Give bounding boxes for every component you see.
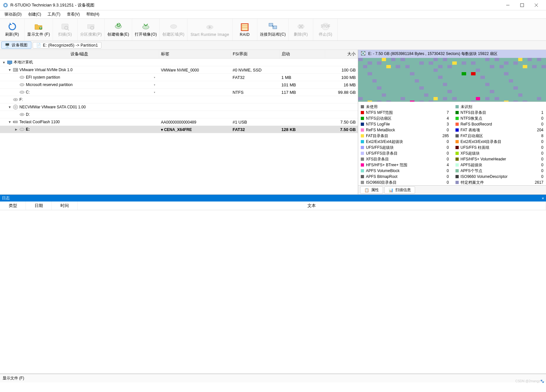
expand-toggle[interactable]: ▾ — [8, 105, 12, 109]
tb-raid[interactable]: RAID — [233, 19, 257, 40]
table-row[interactable]: ▸E:▾ CENA_X64FREFAT32128 KB7.50 GB — [0, 126, 358, 133]
svg-point-38 — [15, 99, 16, 100]
legend-row: Ext2/Ext3/Ext4超级块0 — [361, 139, 449, 145]
tab-device-view-label: 设备视图 — [12, 42, 27, 48]
color-swatch — [361, 111, 364, 114]
menu-create[interactable]: 创建(C) — [25, 11, 45, 18]
maximize-button[interactable] — [515, 0, 529, 10]
col-fs[interactable]: FS/界面 — [230, 50, 279, 59]
col-label[interactable]: 标签 — [159, 50, 231, 59]
legend-value: 4 — [439, 116, 449, 121]
tb-create-image[interactable]: 创建镜像(E) — [105, 19, 132, 40]
tb-show-files[interactable]: + 显示文件 (F) — [25, 19, 53, 40]
svg-point-35 — [20, 83, 24, 86]
expand-toggle[interactable]: ▾ — [2, 60, 6, 65]
device-size: 7.50 GB — [325, 126, 358, 133]
legend-value: 3 — [439, 122, 449, 126]
tab-recognized[interactable]: 📄 E: (Recognized5) -> Partition1 — [33, 42, 102, 49]
menu-help[interactable]: 帮助(H) — [83, 11, 103, 18]
partition-icon: 📄 — [36, 43, 41, 48]
info-header-text: E: - 7.50 GB (8053981184 Bytes , 1573043… — [368, 51, 498, 57]
table-row[interactable]: EFI system partition▾FAT321 MB100 MB — [0, 74, 358, 81]
statusbar: 显示文件 (F) — [0, 374, 546, 382]
legend-row: APFS VolumeBlock0 — [361, 168, 449, 174]
tb-refresh[interactable]: 刷新(R) — [0, 19, 25, 40]
chevron-down-icon[interactable]: ▾ — [154, 76, 157, 79]
tb-connect-remote[interactable]: 连接到远程(C) — [257, 19, 289, 40]
chevron-down-icon[interactable]: ▾ — [154, 91, 157, 94]
svg-rect-31 — [9, 64, 11, 65]
log-col-text[interactable]: 文本 — [78, 201, 546, 210]
chevron-down-icon[interactable]: ▾ — [161, 127, 163, 132]
tb-scan-label: 扫描(S) — [58, 32, 72, 37]
info-tab-props[interactable]: 📋 属性 — [360, 186, 383, 194]
legend-name: UFS/FFS 柱面组 — [461, 145, 532, 150]
tb-stop-label: 停止(S) — [319, 32, 333, 37]
table-row[interactable]: Microsoft reserved partition▾101 MB16 MB — [0, 81, 358, 89]
tb-create-image-label: 创建镜像(E) — [107, 32, 129, 37]
legend-row: UFS/FFS 柱面组0 — [455, 145, 544, 150]
table-row[interactable]: F: — [0, 96, 358, 103]
tab-device-view[interactable]: 🖥️ 设备视图 — [1, 41, 31, 49]
color-swatch — [361, 169, 364, 172]
device-fs — [230, 96, 279, 103]
expand-toggle[interactable]: ▾ — [8, 68, 12, 72]
svg-point-34 — [20, 76, 24, 79]
info-tab-scan[interactable]: 📊 扫描信息 — [384, 186, 415, 194]
table-row[interactable]: ▾NECVMWar VMware SATA CD01 1.00 — [0, 103, 358, 111]
log-close-button[interactable]: × — [542, 196, 544, 201]
device-label: VMWare NVME_0000 — [161, 68, 199, 72]
legend-value: 0 — [534, 169, 543, 173]
col-device[interactable]: 设备/磁盘 — [0, 50, 159, 59]
device-start — [280, 118, 325, 126]
expand-toggle[interactable]: ▾ — [8, 120, 12, 124]
legend-name: XFS超级块 — [461, 151, 532, 156]
tb-open-image[interactable]: 打开镜像(O) — [132, 19, 160, 40]
log-col-time[interactable]: 时间 — [52, 201, 78, 210]
disk-icon — [13, 67, 18, 72]
device-name: VMware Virtual NVMe Disk 1.0 — [19, 68, 73, 72]
drive-icon — [13, 97, 18, 102]
window-title: R-STUDIO Technician 9.3.191251 - 设备视图 — [10, 2, 501, 8]
device-name: Teclast CoolFlash 1100 — [19, 120, 60, 124]
part-icon — [19, 82, 25, 87]
svg-rect-44 — [13, 121, 14, 123]
table-row[interactable]: ▾VMware Virtual NVMe Disk 1.0VMWare NVME… — [0, 66, 358, 74]
legend-value: 285 — [439, 134, 449, 138]
legend-name: APFS个节点 — [461, 168, 532, 174]
log-col-date[interactable]: 日期 — [26, 201, 52, 210]
device-fs: #0 NVME, SSD — [230, 66, 279, 74]
tab-recognized-label: E: (Recognized5) -> Partition1 — [43, 43, 98, 48]
chevron-down-icon[interactable]: ▾ — [154, 83, 157, 86]
table-row[interactable]: ▾本地计算机 — [0, 59, 358, 66]
device-start: 128 KB — [280, 126, 325, 133]
legend-name: 特定档案文件 — [461, 180, 532, 185]
table-row[interactable]: D: — [0, 111, 358, 118]
close-button[interactable] — [529, 0, 543, 10]
part-icon — [19, 90, 25, 95]
menu-drive[interactable]: 驱动器(D) — [1, 11, 25, 18]
log-col-type[interactable]: 类型 — [0, 201, 26, 210]
info-pane: 💽 E: - 7.50 GB (8053981184 Bytes , 15730… — [358, 50, 546, 194]
col-size[interactable]: 大小 — [325, 50, 358, 59]
menu-view[interactable]: 查看(V) — [64, 11, 83, 18]
legend-row: UFS/FFS目录条目0 — [361, 150, 449, 156]
runtime-image-icon — [205, 23, 214, 32]
color-swatch — [455, 163, 459, 167]
color-swatch — [455, 128, 459, 132]
tb-create-region: 创建区域(R) — [160, 19, 187, 40]
info-tab-scan-label: 扫描信息 — [395, 187, 411, 193]
tb-runtime-image-label: Start Runtime Image — [190, 32, 229, 37]
table-row[interactable]: ▾Teclast CoolFlash 1100AA00000000000489#… — [0, 118, 358, 126]
legend-value: 0 — [534, 116, 543, 121]
minimize-button[interactable] — [501, 0, 515, 10]
legend-value: 0 — [534, 145, 543, 150]
table-row[interactable]: C:▾NTFS117 MB99.88 GB — [0, 89, 358, 96]
device-name: 本地计算机 — [14, 60, 33, 65]
col-start[interactable]: 启动 — [280, 50, 325, 59]
device-start — [280, 96, 325, 103]
legend-value: 0 — [439, 139, 449, 144]
sector-map[interactable] — [358, 58, 546, 102]
expand-toggle[interactable]: ▸ — [14, 127, 18, 132]
menu-tools[interactable]: 工具(T) — [44, 11, 63, 18]
